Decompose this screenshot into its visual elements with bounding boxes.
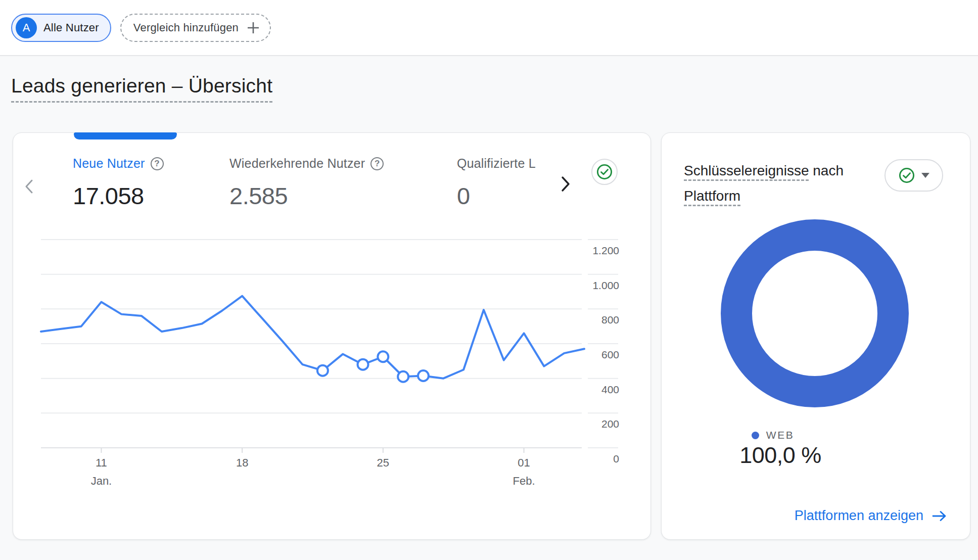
metric-label: Neue Nutzer <box>73 156 145 171</box>
check-circle-icon <box>898 167 915 184</box>
svg-text:200: 200 <box>601 418 619 430</box>
metrics-scroll-left-button[interactable] <box>21 177 38 196</box>
data-quality-dropdown[interactable] <box>884 159 943 192</box>
legend-dot-web <box>752 432 759 439</box>
plus-icon <box>246 20 261 35</box>
check-circle-icon <box>596 163 613 180</box>
add-comparison-button[interactable]: Vergleich hinzufügen <box>120 14 271 42</box>
svg-text:600: 600 <box>601 349 619 360</box>
audience-chip-alle-nutzer[interactable]: A Alle Nutzer <box>11 14 111 42</box>
cards-row: Neue Nutzer ? 17.058 Wiederkehrende Nutz… <box>13 132 970 540</box>
help-icon[interactable]: ? <box>370 157 384 170</box>
svg-text:400: 400 <box>601 384 619 395</box>
metric-tab-neue-nutzer[interactable]: Neue Nutzer ? 17.058 <box>73 156 164 208</box>
data-quality-badge[interactable] <box>591 159 618 185</box>
chevron-left-icon <box>21 177 38 196</box>
svg-text:25: 25 <box>377 456 389 469</box>
svg-text:1.200: 1.200 <box>592 245 619 256</box>
chevron-right-icon <box>556 174 574 194</box>
metric-label: Wiederkehrende Nutzer <box>229 156 365 171</box>
arrow-right-icon <box>932 509 948 523</box>
metric-value: 0 <box>457 184 536 208</box>
platform-donut-chart <box>721 219 909 407</box>
card-title: Schlüsselereignisse nachPlattform <box>684 158 886 209</box>
caret-down-icon <box>921 173 929 178</box>
donut-legend: WEB <box>662 429 884 441</box>
metric-tab-qualifizierte-leads[interactable]: Qualifizierte L 0 <box>457 156 536 208</box>
metric-label: Qualifizierte L <box>457 156 536 171</box>
svg-text:0: 0 <box>613 453 619 464</box>
help-icon[interactable]: ? <box>151 157 164 170</box>
page-title: Leads generieren – Übersicht <box>11 75 978 97</box>
add-comparison-label: Vergleich hinzufügen <box>133 21 239 34</box>
svg-text:18: 18 <box>236 456 248 469</box>
svg-text:1.000: 1.000 <box>592 279 619 291</box>
audience-avatar: A <box>16 17 37 38</box>
show-platforms-label: Plattformen anzeigen <box>795 508 923 524</box>
metric-tab-wiederkehrende-nutzer[interactable]: Wiederkehrende Nutzer ? 2.585 <box>229 156 384 208</box>
audience-chip-label: Alle Nutzer <box>43 21 99 34</box>
metric-value: 17.058 <box>73 184 164 208</box>
svg-text:11: 11 <box>96 456 107 469</box>
card-title-term: Plattform <box>684 188 740 206</box>
active-metric-tab-indicator <box>74 132 177 139</box>
key-events-platform-card: Schlüsselereignisse nachPlattform WEB 10… <box>661 132 970 540</box>
card-title-term: Schlüsselereignisse <box>684 163 809 181</box>
metric-value: 2.585 <box>229 184 384 208</box>
svg-text:Feb.: Feb. <box>513 475 535 487</box>
legend-label: WEB <box>766 429 794 441</box>
svg-text:800: 800 <box>601 314 619 325</box>
page-title-text: Leads generieren – Übersicht <box>11 75 272 103</box>
comparison-bar: A Alle Nutzer Vergleich hinzufügen <box>0 0 978 56</box>
svg-text:Jan.: Jan. <box>91 475 112 487</box>
metrics-scroll-right-button[interactable] <box>556 174 574 194</box>
metrics-overview-card: Neue Nutzer ? 17.058 Wiederkehrende Nutz… <box>13 132 651 540</box>
card-title-conj: nach <box>813 163 844 178</box>
show-platforms-link[interactable]: Plattformen anzeigen <box>795 508 948 524</box>
legend-percentage: 100,0 % <box>662 442 899 469</box>
svg-text:01: 01 <box>518 456 530 469</box>
